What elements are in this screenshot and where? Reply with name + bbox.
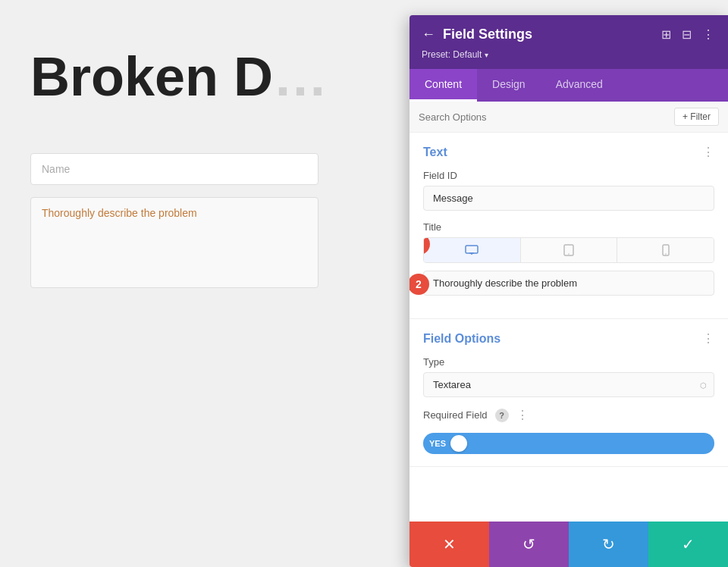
- required-field-row: Required Field ? ⋮: [423, 408, 714, 422]
- svg-rect-0: [466, 246, 478, 253]
- field-id-input[interactable]: [423, 186, 714, 211]
- title-row: Title 1: [423, 221, 714, 296]
- panel-header-left: ← Field Settings: [422, 27, 532, 42]
- field-options-title: Field Options: [423, 332, 500, 346]
- page-title: Broken D…: [30, 45, 328, 108]
- more-options-icon[interactable]: ⋮: [701, 26, 716, 43]
- type-select[interactable]: Textarea: [423, 372, 714, 397]
- text-section-header: Text ⋮: [423, 145, 714, 159]
- help-icon[interactable]: ?: [495, 409, 509, 422]
- text-section-menu[interactable]: ⋮: [702, 145, 714, 159]
- name-input: Name: [30, 153, 318, 185]
- type-label: Type: [423, 356, 714, 368]
- panel-header-right: ⊞ ⊟ ⋮: [660, 26, 716, 43]
- tab-advanced[interactable]: Advanced: [541, 69, 618, 102]
- confirm-button[interactable]: ✓: [648, 522, 728, 567]
- preset-arrow: ▾: [485, 51, 488, 59]
- toggle-thumb: [450, 435, 467, 452]
- layout-icon[interactable]: ⊟: [680, 26, 693, 43]
- field-options-section: Field Options ⋮ Type Textarea Required F…: [410, 319, 728, 467]
- back-icon[interactable]: ←: [422, 27, 435, 42]
- field-settings-panel: ← Field Settings ⊞ ⊟ ⋮ Preset: Default ▾…: [410, 15, 728, 567]
- text-section-title: Text: [423, 146, 447, 159]
- tab-content[interactable]: Content: [410, 69, 477, 102]
- panel-title: Field Settings: [443, 27, 532, 42]
- title-input[interactable]: [423, 271, 714, 296]
- title-field-label: Title: [423, 221, 714, 233]
- background-form: Name Thoroughly describe the problem: [30, 153, 318, 288]
- bottom-bar: ✕ ↺ ↻ ✓: [410, 522, 728, 567]
- redo-button[interactable]: ↻: [569, 522, 648, 567]
- text-section: Text ⋮ Field ID Title 1: [410, 133, 728, 319]
- tab-design[interactable]: Design: [477, 69, 541, 102]
- field-options-menu[interactable]: ⋮: [702, 331, 714, 346]
- svg-point-4: [568, 253, 570, 255]
- type-row: Type Textarea: [423, 356, 714, 397]
- mobile-device-btn[interactable]: [617, 238, 714, 262]
- expand-icon[interactable]: ⊞: [660, 26, 673, 43]
- field-options-header: Field Options ⋮: [423, 331, 714, 346]
- svg-point-6: [665, 253, 667, 255]
- title-input-wrapper: 2: [423, 271, 714, 296]
- panel-header-top: ← Field Settings ⊞ ⊟ ⋮: [422, 26, 716, 43]
- required-more-btn[interactable]: ⋮: [516, 408, 529, 422]
- field-id-row: Field ID: [423, 170, 714, 211]
- toggle-yes-label: YES: [429, 439, 446, 448]
- panel-header: ← Field Settings ⊞ ⊟ ⋮ Preset: Default ▾: [410, 15, 728, 69]
- device-toggle: 1: [423, 237, 714, 263]
- filter-button[interactable]: + Filter: [674, 108, 719, 126]
- search-bar: + Filter: [410, 102, 728, 133]
- field-id-label: Field ID: [423, 170, 714, 181]
- panel-tabs: Content Design Advanced: [410, 69, 728, 102]
- preset-selector[interactable]: Preset: Default ▾: [422, 49, 716, 60]
- panel-content: Text ⋮ Field ID Title 1: [410, 133, 728, 567]
- textarea-field: Thoroughly describe the problem: [30, 197, 318, 288]
- undo-button[interactable]: ↺: [489, 522, 569, 567]
- required-label: Required Field: [423, 409, 488, 421]
- tablet-device-btn[interactable]: [521, 238, 618, 262]
- required-toggle[interactable]: YES: [423, 433, 714, 454]
- desktop-device-btn[interactable]: [424, 238, 521, 262]
- search-input[interactable]: [419, 111, 674, 123]
- cancel-button[interactable]: ✕: [410, 522, 489, 567]
- type-select-wrapper: Textarea: [423, 372, 714, 397]
